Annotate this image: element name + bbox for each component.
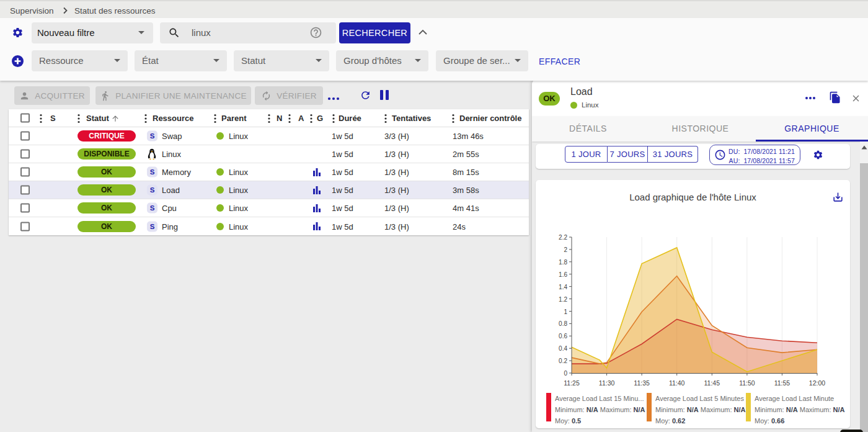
svg-text:0.2: 0.2	[559, 358, 567, 364]
svg-text:2.2: 2.2	[559, 234, 567, 241]
svg-text:11:55: 11:55	[774, 379, 790, 387]
svg-text:11:30: 11:30	[599, 379, 615, 387]
svg-text:11:50: 11:50	[739, 379, 755, 387]
svg-text:12:00: 12:00	[809, 379, 825, 387]
svg-text:11:35: 11:35	[634, 379, 650, 387]
svg-text:1.4: 1.4	[559, 284, 567, 290]
svg-text:11:45: 11:45	[704, 379, 720, 387]
svg-text:1.8: 1.8	[559, 259, 567, 266]
svg-text:11:25: 11:25	[564, 379, 580, 387]
svg-text:11:40: 11:40	[669, 379, 685, 387]
svg-text:2: 2	[564, 246, 567, 253]
svg-text:1.2: 1.2	[559, 296, 567, 303]
svg-text:0: 0	[564, 370, 567, 377]
svg-text:1.6: 1.6	[559, 271, 567, 278]
svg-text:0.4: 0.4	[559, 345, 567, 352]
svg-text:0.8: 0.8	[559, 320, 567, 327]
svg-text:0.6: 0.6	[559, 333, 567, 340]
svg-text:1: 1	[564, 308, 567, 315]
